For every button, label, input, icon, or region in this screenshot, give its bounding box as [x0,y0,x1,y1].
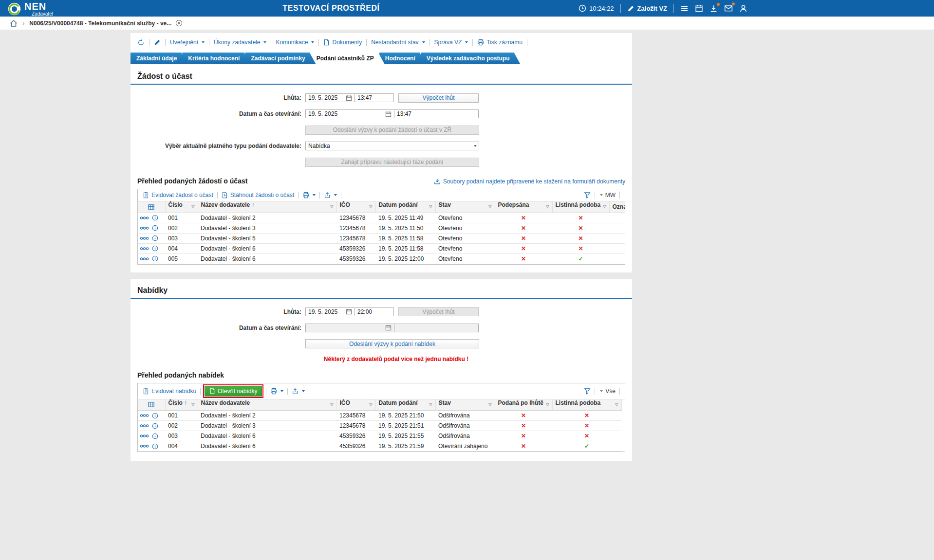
table-row[interactable]: 003 Dodavatel - školení 6 45359326 19. 5… [138,431,621,441]
nabidky-lhuta-date-input[interactable]: 19. 5. 2025 [305,307,355,316]
filter-caret-icon[interactable] [488,201,491,212]
menu-komunikace[interactable]: Komunikace [276,39,314,46]
filter-caret-icon[interactable] [369,399,372,410]
tab-podani-ucastniku-zp[interactable]: Podání účastníků ZP [311,53,385,64]
create-vz-button[interactable]: Založit VZ [627,5,667,12]
filter-caret-icon[interactable] [488,399,491,410]
filter-preset-dropdown[interactable]: Vše [599,388,616,395]
calendar-button[interactable] [695,4,703,13]
close-icon[interactable] [175,19,183,27]
filter-preset-dropdown[interactable]: MW [599,192,616,199]
breadcrumb-item-vz[interactable]: N006/25/V00004748 - Telekomunikační služ… [29,19,183,27]
info-icon[interactable] [152,235,158,241]
column-settings-header[interactable] [138,201,165,213]
info-icon[interactable] [152,225,158,231]
files-download-link[interactable]: Soubory podání najdete připravené ke sta… [434,178,625,185]
tab-vysledek[interactable]: Výsledek zadávacího postupu [421,53,521,64]
col-datum-podani[interactable]: Datum podání [375,399,435,411]
print-table-button[interactable] [270,388,283,395]
row-menu-icon[interactable] [140,257,149,261]
filter-button[interactable] [584,388,591,395]
lhuta-time-input[interactable]: 13:47 [355,93,394,102]
menu-uverejneni[interactable]: Uveřejnění [170,39,205,46]
col-oznaceni[interactable]: Označení [609,201,625,213]
messages-button[interactable] [724,4,733,13]
history-button[interactable] [137,39,145,46]
nabidky-otevirani-date-input[interactable] [305,324,394,332]
menu-ukony-zadavatele[interactable]: Úkony zadavatele [214,39,266,46]
app-logo[interactable]: NEN Zadavatel [8,1,53,17]
row-menu-icon[interactable] [140,434,149,438]
nabidky-lhuta-time-input[interactable]: 22:00 [355,307,394,316]
user-button[interactable] [739,4,747,13]
info-icon[interactable] [152,255,158,262]
row-menu-icon[interactable] [140,414,149,417]
evidovat-zadost-button[interactable]: Evidovat žádost o účast [143,192,213,199]
col-podana-po-lhute[interactable]: Podaná po lhůtě [495,399,552,411]
table-row[interactable]: 002 Dodavatel - školení 3 12345678 19. 5… [138,223,625,233]
col-ico[interactable]: IČO [336,201,375,213]
table-row[interactable]: 004 Dodavatel - školení 6 45359326 19. 5… [138,243,625,253]
calendar-icon[interactable] [346,308,352,315]
tab-zadavaci-podminky[interactable]: Zadávací podmínky [245,53,316,64]
col-nazev-dodavatele[interactable]: Název dodavatele [198,399,336,411]
row-menu-icon[interactable] [140,236,149,240]
downloads-button[interactable] [710,4,718,13]
filter-caret-icon[interactable] [429,399,432,410]
filter-caret-icon[interactable] [546,201,549,212]
filter-caret-icon[interactable] [330,201,333,212]
edit-record-button[interactable] [154,39,161,46]
stahnout-zadosti-button[interactable]: Stáhnout žádosti o účast [222,192,294,199]
info-icon[interactable] [152,215,158,221]
calendar-icon[interactable] [385,325,392,331]
otevirani-time-input[interactable]: 13:47 [394,109,479,118]
info-icon[interactable] [152,443,158,450]
calendar-icon[interactable] [346,95,352,101]
typ-podani-select[interactable]: Nabídka [305,142,479,150]
col-listinna-podoba[interactable]: Listinná podoba [552,201,609,213]
tab-hodnoceni[interactable]: Hodnocení [379,53,426,64]
print-table-button[interactable] [302,192,316,199]
filter-caret-icon[interactable] [546,399,549,410]
col-datum-podani[interactable]: Datum podání [375,201,435,213]
filter-caret-icon[interactable] [191,399,194,410]
row-menu-icon[interactable] [140,424,149,428]
filter-caret-icon[interactable] [603,201,606,212]
menu-button[interactable] [680,4,689,13]
col-cislo[interactable]: Číslo [165,201,198,213]
filter-caret-icon[interactable] [369,201,372,212]
col-cislo[interactable]: Číslo [165,399,198,411]
print-record-button[interactable]: Tisk záznamu [477,39,523,46]
filter-caret-icon[interactable] [191,201,194,212]
col-ico[interactable]: IČO [336,399,375,411]
filter-caret-icon[interactable] [615,399,618,410]
row-menu-icon[interactable] [140,216,149,220]
row-menu-icon[interactable] [140,247,149,251]
calendar-icon[interactable] [385,111,392,117]
export-table-button[interactable] [324,192,337,199]
table-row[interactable]: 005 Dodavatel - školení 6 45359326 19. 5… [138,253,625,264]
col-stav[interactable]: Stav [435,201,495,213]
filter-caret-icon[interactable] [330,399,333,410]
table-row[interactable]: 001 Dodavatel - školení 2 12345678 19. 5… [138,213,625,223]
info-icon[interactable] [152,423,158,429]
menu-sprava-vz[interactable]: Správa VZ [434,39,468,46]
column-settings-header[interactable] [138,399,165,411]
col-listinna-podoba[interactable]: Listinná podoba [552,399,621,411]
evidovat-nabidku-button[interactable]: Evidovat nabídku [143,388,196,395]
table-row[interactable]: 003 Dodavatel - školení 5 12345678 19. 5… [138,233,625,243]
odeslani-vyzvy-nabidek-button[interactable]: Odeslání výzvy k podání nabídek [305,339,479,348]
row-menu-icon[interactable] [140,444,149,448]
row-menu-icon[interactable] [140,226,149,230]
lhuta-date-input[interactable]: 19. 5. 2025 [305,93,355,102]
home-button[interactable] [10,19,18,27]
info-icon[interactable] [152,245,158,252]
table-row[interactable]: 002 Dodavatel - školení 3 12345678 19. 5… [138,421,621,431]
info-icon[interactable] [152,433,158,439]
nabidky-otevirani-time-input[interactable] [394,324,479,332]
vypocet-lhut-button[interactable]: Výpočet lhůt [398,93,479,103]
export-table-button[interactable] [292,388,305,395]
tab-kriteria-hodnoceni[interactable]: Kritéria hodnocení [182,53,250,64]
otevrit-nabidky-button[interactable]: Otevřít nabídky [205,386,262,397]
filter-button[interactable] [584,192,591,199]
